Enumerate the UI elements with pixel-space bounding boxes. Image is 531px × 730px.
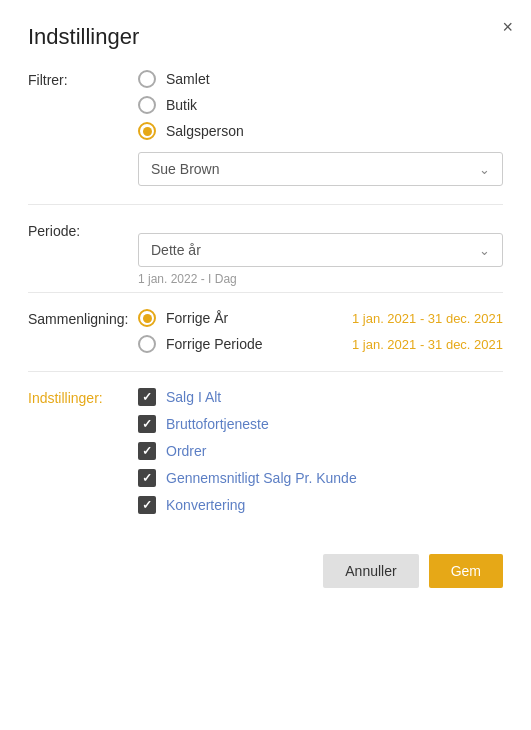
checkbox-box-bruttofortjeneste [138,415,156,433]
close-button[interactable]: × [502,18,513,36]
filter-dropdown[interactable]: Sue Brown ⌄ [138,152,503,186]
checkbox-box-konvertering [138,496,156,514]
radio-circle-forrige-aar [138,309,156,327]
checkbox-box-gennemsnitligt [138,469,156,487]
indstillinger-content: Salg I Alt Bruttofortjeneste Ordrer Genn… [138,388,503,514]
indstillinger-label: Indstillinger: [28,388,138,406]
radio-label-butik: Butik [166,97,197,113]
checkbox-box-salg-i-alt [138,388,156,406]
checkbox-gennemsnitligt[interactable]: Gennemsnitligt Salg Pr. Kunde [138,469,503,487]
indstillinger-section: Indstillinger: Salg I Alt Bruttofortjene… [28,388,503,514]
filter-content: Samlet Butik Salgsperson Sue Brown ⌄ [138,70,503,186]
sammenligning-section: Sammenligning: Forrige År 1 jan. 2021 - … [28,309,503,353]
comparison-label-forrige-aar: Forrige År [166,310,286,326]
comparison-date-forrige-periode: 1 jan. 2021 - 31 dec. 2021 [352,337,503,352]
footer: Annuller Gem [28,544,503,588]
checkbox-label-salg-i-alt: Salg I Alt [166,389,221,405]
annuller-button[interactable]: Annuller [323,554,418,588]
checkbox-label-bruttofortjeneste: Bruttofortjeneste [166,416,269,432]
gem-button[interactable]: Gem [429,554,503,588]
periode-hint: 1 jan. 2022 - I Dag [138,272,503,286]
comparison-row-forrige-aar[interactable]: Forrige År 1 jan. 2021 - 31 dec. 2021 [138,309,503,327]
checkbox-label-ordrer: Ordrer [166,443,206,459]
filter-radio-group: Samlet Butik Salgsperson [138,70,503,140]
radio-circle-forrige-periode [138,335,156,353]
divider-2 [28,292,503,293]
checkbox-ordrer[interactable]: Ordrer [138,442,503,460]
periode-dropdown-value: Dette år [151,242,201,258]
periode-dropdown[interactable]: Dette år ⌄ [138,233,503,267]
radio-label-salgsperson: Salgsperson [166,123,244,139]
filter-label: Filtrer: [28,70,138,88]
checkbox-label-gennemsnitligt: Gennemsnitligt Salg Pr. Kunde [166,470,357,486]
radio-circle-salgsperson [138,122,156,140]
settings-dialog: Indstillinger × Filtrer: Samlet Butik Sa… [0,0,531,730]
filter-section: Filtrer: Samlet Butik Salgsperson Sue Br… [28,70,503,186]
radio-label-samlet: Samlet [166,71,210,87]
divider-3 [28,371,503,372]
divider-1 [28,204,503,205]
periode-label: Periode: [28,221,138,239]
periode-dropdown-arrow: ⌄ [479,243,490,258]
sammenligning-label: Sammenligning: [28,309,138,327]
radio-circle-samlet [138,70,156,88]
radio-salgsperson[interactable]: Salgsperson [138,122,503,140]
comparison-row-forrige-periode[interactable]: Forrige Periode 1 jan. 2021 - 31 dec. 20… [138,335,503,353]
checkbox-bruttofortjeneste[interactable]: Bruttofortjeneste [138,415,503,433]
radio-circle-butik [138,96,156,114]
dialog-title: Indstillinger [28,24,503,50]
periode-content: Dette år ⌄ 1 jan. 2022 - I Dag [138,221,503,286]
checkbox-salg-i-alt[interactable]: Salg I Alt [138,388,503,406]
radio-butik[interactable]: Butik [138,96,503,114]
checkbox-label-konvertering: Konvertering [166,497,245,513]
filter-dropdown-value: Sue Brown [151,161,219,177]
comparison-label-forrige-periode: Forrige Periode [166,336,286,352]
filter-dropdown-arrow: ⌄ [479,162,490,177]
comparison-date-forrige-aar: 1 jan. 2021 - 31 dec. 2021 [352,311,503,326]
periode-section: Periode: Dette år ⌄ 1 jan. 2022 - I Dag [28,221,503,286]
checkbox-box-ordrer [138,442,156,460]
sammenligning-content: Forrige År 1 jan. 2021 - 31 dec. 2021 Fo… [138,309,503,353]
checkbox-konvertering[interactable]: Konvertering [138,496,503,514]
radio-samlet[interactable]: Samlet [138,70,503,88]
